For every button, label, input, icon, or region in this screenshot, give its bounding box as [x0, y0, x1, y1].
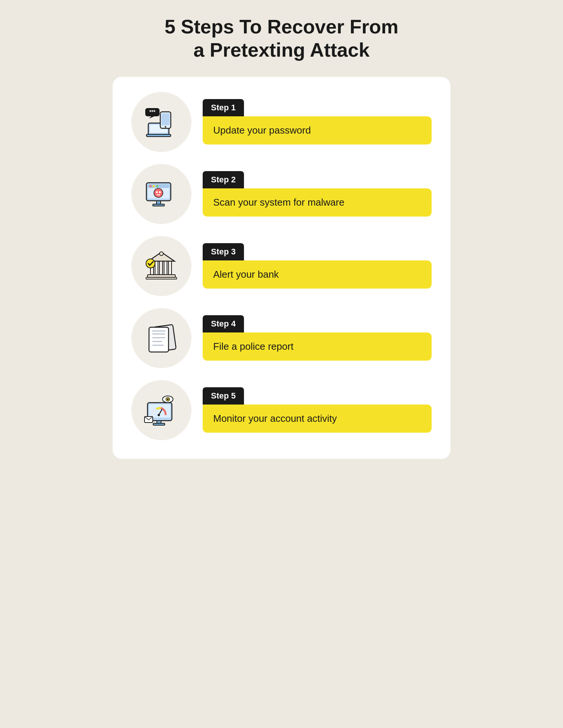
- steps-card: *** Step 1 Update your password: [113, 77, 450, 459]
- step-3-icon-circle: [131, 236, 191, 296]
- svg-point-18: [156, 191, 158, 193]
- step-5-icon-circle: [131, 380, 191, 440]
- step-row-3: Step 3 Alert your bank: [131, 236, 432, 296]
- step-row-4: Step 4 File a police report: [131, 308, 432, 368]
- page-wrapper: 5 Steps To Recover From a Pretexting Att…: [113, 15, 450, 459]
- svg-rect-26: [160, 261, 163, 275]
- svg-rect-1: [146, 134, 171, 137]
- step-1-label: Step 1: [203, 99, 244, 116]
- svg-point-15: [153, 185, 155, 187]
- svg-point-48: [167, 398, 169, 400]
- step-5-label: Step 5: [203, 387, 244, 405]
- step-3-description: Alert your bank: [203, 260, 432, 289]
- svg-rect-25: [155, 261, 158, 275]
- svg-point-14: [149, 185, 152, 187]
- step-4-icon-circle: [131, 308, 191, 368]
- svg-rect-29: [148, 275, 175, 277]
- svg-point-16: [156, 185, 158, 187]
- step-2-content: Step 2 Scan your system for malware: [203, 171, 432, 217]
- malware-scan-icon: [141, 173, 182, 215]
- step-1-content: Step 1 Update your password: [203, 99, 432, 144]
- password-lock-icon: ***: [141, 101, 182, 143]
- svg-point-45: [158, 414, 160, 416]
- svg-text:***: ***: [149, 109, 156, 115]
- step-4-description: File a police report: [203, 332, 432, 361]
- svg-point-19: [159, 191, 161, 193]
- step-5-description: Monitor your account activity: [203, 405, 432, 433]
- svg-point-17: [154, 188, 163, 197]
- step-4-content: Step 4 File a police report: [203, 315, 432, 361]
- step-5-content: Step 5 Monitor your account activity: [203, 387, 432, 433]
- svg-rect-12: [153, 204, 164, 206]
- step-2-icon-circle: [131, 164, 191, 224]
- svg-rect-30: [146, 277, 177, 279]
- monitor-activity-icon: [141, 390, 182, 431]
- svg-marker-7: [149, 116, 154, 119]
- step-row-1: *** Step 1 Update your password: [131, 92, 432, 152]
- step-2-description: Scan your system for malware: [203, 188, 432, 217]
- svg-rect-43: [153, 423, 165, 425]
- step-4-label: Step 4: [203, 315, 244, 332]
- step-row-5: Step 5 Monitor your account activity: [131, 380, 432, 440]
- police-report-icon: [141, 317, 182, 359]
- svg-point-31: [160, 252, 163, 256]
- main-title: 5 Steps To Recover From a Pretexting Att…: [157, 15, 406, 62]
- step-1-icon-circle: ***: [131, 92, 191, 152]
- svg-rect-27: [164, 261, 167, 275]
- svg-point-5: [165, 126, 166, 128]
- step-row-2: Step 2 Scan your system for malware: [131, 164, 432, 224]
- step-2-label: Step 2: [203, 171, 244, 188]
- step-1-description: Update your password: [203, 116, 432, 144]
- bank-icon: [141, 245, 182, 287]
- step-3-label: Step 3: [203, 243, 244, 260]
- svg-point-32: [146, 259, 155, 268]
- svg-rect-4: [161, 113, 170, 125]
- step-3-content: Step 3 Alert your bank: [203, 243, 432, 289]
- svg-rect-39: [152, 330, 166, 332]
- svg-rect-28: [169, 261, 172, 275]
